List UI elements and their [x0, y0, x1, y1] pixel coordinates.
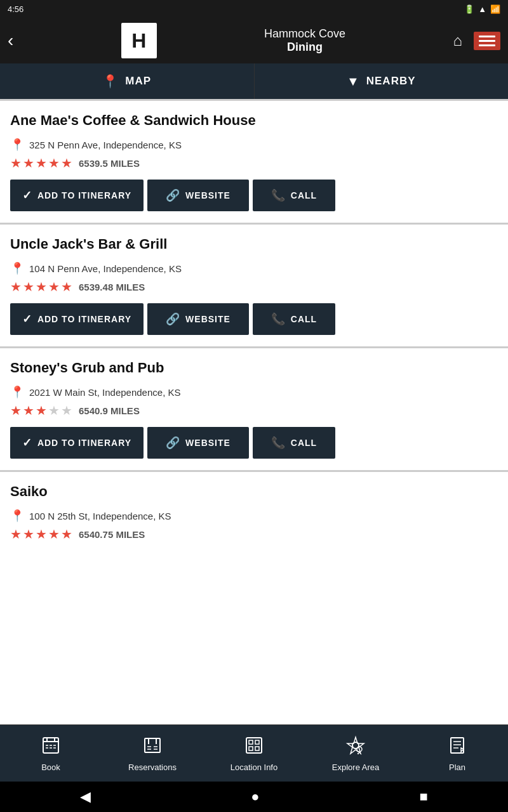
miles-2: 6539.48 MILES [79, 282, 145, 292]
map-icon: 📍 [102, 74, 119, 89]
battery-icon: 🔋 [464, 4, 474, 14]
pin-icon-2: 📍 [10, 261, 24, 275]
link-icon-3: 🔗 [166, 436, 180, 450]
android-nav-bar: ◀ ● ■ [0, 782, 508, 812]
website-button-2[interactable]: 🔗 WEBSITE [147, 303, 249, 335]
header-actions: ⌂ [453, 32, 500, 50]
app-logo: H [121, 23, 157, 58]
svg-rect-21 [255, 747, 259, 750]
reservations-icon [142, 735, 163, 760]
phone-icon-1: 📞 [271, 188, 286, 202]
stars-4: ★ ★ ★ ★ ★ [10, 527, 72, 542]
nav-item-reservations[interactable]: Reservations [102, 730, 203, 777]
restaurant-address-1: 📍 325 N Penn Ave, Independence, KS [10, 138, 498, 152]
nav-label-book: Book [41, 763, 60, 772]
location-info-icon [244, 735, 264, 760]
restaurant-name-4: Saiko [10, 483, 498, 500]
rating-row-4: ★ ★ ★ ★ ★ 6540.75 MILES [10, 527, 498, 542]
check-icon-3: ✓ [22, 436, 32, 450]
restaurant-card-4: Saiko 📍 100 N 25th St, Independence, KS … [0, 472, 508, 542]
stars-3: ★ ★ ★ ★ ★ [10, 403, 72, 418]
bottom-navigation: Book Reservations Locati [0, 724, 508, 782]
android-home-button[interactable]: ● [251, 789, 259, 805]
signal-icon: 📶 [490, 4, 500, 14]
stars-1: ★ ★ ★ ★ ★ [10, 155, 72, 171]
svg-rect-10 [145, 738, 160, 752]
call-button-3[interactable]: 📞 CALL [253, 427, 335, 459]
restaurant-card-2: Uncle Jack's Bar & Grill 📍 104 N Penn Av… [0, 225, 508, 335]
nav-item-book[interactable]: Book [0, 730, 102, 777]
book-icon [41, 735, 61, 760]
wifi-icon: ▲ [478, 4, 486, 14]
nav-item-plan[interactable]: Plan [406, 730, 508, 777]
add-itinerary-button-2[interactable]: ✓ ADD TO ITINERARY [10, 303, 144, 335]
pin-icon-4: 📍 [10, 509, 24, 523]
nav-label-plan: Plan [449, 763, 465, 772]
restaurant-card-1: Ane Mae's Coffee & Sandwich House 📍 325 … [0, 101, 508, 211]
map-toggle-button[interactable]: 📍 MAP [0, 63, 254, 99]
restaurant-name-3: Stoney's Grub and Pub [10, 360, 498, 376]
nav-label-reservations: Reservations [128, 763, 177, 772]
status-bar: 4:56 🔋 ▲ 📶 [0, 0, 508, 18]
nav-label-explore-area: Explore Area [332, 763, 379, 772]
link-icon-1: 🔗 [166, 188, 180, 202]
add-itinerary-button-1[interactable]: ✓ ADD TO ITINERARY [10, 180, 144, 211]
nav-item-explore-area[interactable]: Explore Area [305, 730, 406, 777]
status-time: 4:56 [8, 4, 23, 14]
android-recent-button[interactable]: ■ [420, 789, 428, 805]
phone-icon-2: 📞 [271, 312, 286, 326]
android-back-button[interactable]: ◀ [80, 789, 91, 805]
check-icon-2: ✓ [22, 312, 32, 326]
nav-item-location-info[interactable]: Location Info [203, 730, 305, 777]
add-itinerary-button-3[interactable]: ✓ ADD TO ITINERARY [10, 427, 144, 459]
rating-row-3: ★ ★ ★ ★ ★ 6540.9 MILES [10, 403, 498, 418]
pin-icon-3: 📍 [10, 385, 24, 399]
restaurant-list: Ane Mae's Coffee & Sandwich House 📍 325 … [0, 101, 508, 724]
action-btns-2: ✓ ADD TO ITINERARY 🔗 WEBSITE 📞 CALL [10, 303, 498, 335]
svg-rect-20 [249, 747, 253, 750]
rating-row-1: ★ ★ ★ ★ ★ 6539.5 MILES [10, 155, 498, 171]
restaurant-card-3: Stoney's Grub and Pub 📍 2021 W Main St, … [0, 348, 508, 459]
header-subtitle: Dining [264, 41, 345, 54]
restaurant-address-3: 📍 2021 W Main St, Independence, KS [10, 385, 498, 399]
phone-icon-3: 📞 [271, 436, 286, 450]
miles-1: 6539.5 MILES [79, 158, 140, 169]
website-button-1[interactable]: 🔗 WEBSITE [147, 180, 249, 211]
header-title: Hammock Cove [264, 27, 345, 41]
miles-3: 6540.9 MILES [79, 405, 140, 416]
link-icon-2: 🔗 [166, 312, 180, 326]
check-icon-1: ✓ [22, 188, 32, 202]
nearby-toggle-button[interactable]: ▼ NEARBY [254, 63, 509, 99]
svg-rect-19 [255, 740, 259, 744]
explore-area-icon [345, 735, 366, 760]
rating-row-2: ★ ★ ★ ★ ★ 6539.48 MILES [10, 279, 498, 294]
call-button-2[interactable]: 📞 CALL [253, 303, 335, 335]
svg-rect-18 [249, 740, 253, 744]
pin-icon-1: 📍 [10, 138, 24, 152]
stars-2: ★ ★ ★ ★ ★ [10, 279, 72, 294]
restaurant-address-2: 📍 104 N Penn Ave, Independence, KS [10, 261, 498, 275]
home-icon[interactable]: ⌂ [453, 32, 462, 49]
view-toggle: 📍 MAP ▼ NEARBY [0, 63, 508, 99]
restaurant-name-1: Ane Mae's Coffee & Sandwich House [10, 112, 498, 129]
back-button[interactable]: ‹ [8, 30, 13, 51]
filter-icon: ▼ [347, 74, 360, 89]
restaurant-name-2: Uncle Jack's Bar & Grill [10, 236, 498, 252]
nav-label-location-info: Location Info [231, 763, 277, 772]
action-btns-1: ✓ ADD TO ITINERARY 🔗 WEBSITE 📞 CALL [10, 180, 498, 211]
website-button-3[interactable]: 🔗 WEBSITE [147, 427, 249, 459]
status-icons: 🔋 ▲ 📶 [464, 4, 500, 14]
menu-button[interactable] [474, 32, 500, 50]
header-title-area: Hammock Cove Dining [264, 27, 345, 54]
action-btns-3: ✓ ADD TO ITINERARY 🔗 WEBSITE 📞 CALL [10, 427, 498, 459]
restaurant-address-4: 📍 100 N 25th St, Independence, KS [10, 509, 498, 523]
app-header: ‹ H Hammock Cove Dining ⌂ [0, 18, 508, 63]
call-button-1[interactable]: 📞 CALL [253, 180, 335, 211]
miles-4: 6540.75 MILES [79, 529, 145, 540]
plan-icon [447, 735, 467, 760]
